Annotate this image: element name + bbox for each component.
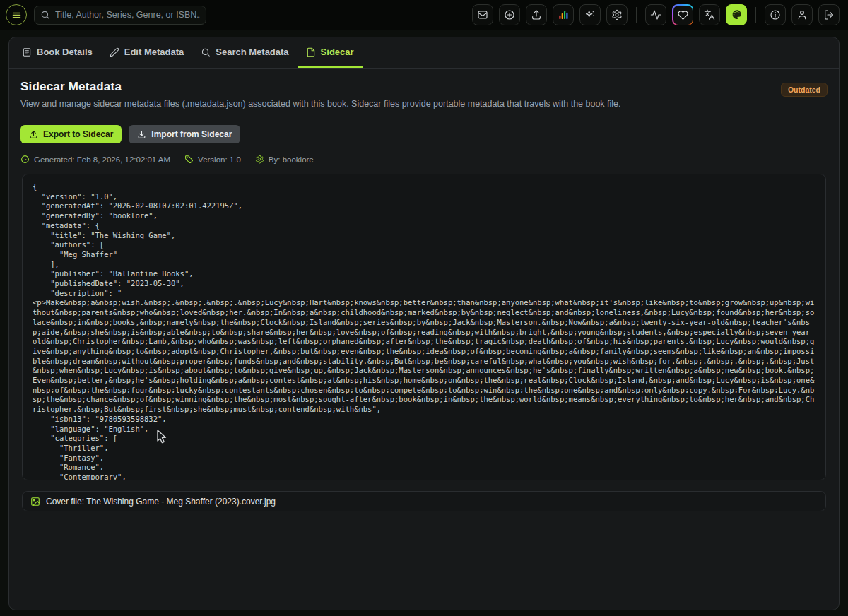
upload-icon bbox=[531, 9, 542, 20]
import-icon bbox=[137, 130, 146, 139]
version-text: Version: 1.0 bbox=[198, 155, 241, 164]
cover-file-label: Cover file: The Wishing Game - Meg Shaff… bbox=[46, 497, 276, 507]
upload-button[interactable] bbox=[526, 4, 547, 25]
hamburger-menu-button[interactable] bbox=[6, 4, 27, 25]
toolbar-divider bbox=[636, 7, 637, 23]
book-icon bbox=[22, 47, 32, 57]
file-icon bbox=[306, 47, 316, 57]
gear-icon bbox=[611, 9, 623, 20]
search-icon bbox=[40, 10, 50, 20]
gear-icon bbox=[255, 155, 264, 164]
page-description: View and manage sidecar metadata files (… bbox=[20, 99, 621, 109]
stats-button[interactable] bbox=[553, 4, 574, 25]
tab-label: Search Metadata bbox=[216, 47, 288, 57]
hamburger-menu-icon bbox=[11, 10, 22, 20]
info-button[interactable] bbox=[765, 4, 786, 25]
tab-book-details[interactable]: Book Details bbox=[13, 37, 101, 68]
favorites-button-inner bbox=[673, 6, 693, 25]
tab-bar: Book Details Edit Metadata Search Metada… bbox=[9, 37, 839, 69]
info-icon bbox=[770, 9, 781, 20]
export-to-sidecar-button[interactable]: Export to Sidecar bbox=[20, 125, 122, 143]
page-title: Sidecar Metadata bbox=[20, 80, 621, 94]
logout-icon bbox=[823, 9, 835, 20]
tab-label: Edit Metadata bbox=[124, 47, 184, 57]
sparkles-button[interactable] bbox=[579, 4, 601, 25]
sparkles-icon bbox=[584, 9, 596, 20]
account-button[interactable] bbox=[791, 4, 813, 25]
tag-icon bbox=[184, 155, 194, 164]
translate-icon bbox=[704, 9, 715, 20]
generated-meta: Generated: Feb 8, 2026, 12:02:01 AM bbox=[20, 155, 170, 164]
tab-search-metadata[interactable]: Search Metadata bbox=[192, 37, 297, 68]
generated-by-meta: By: booklore bbox=[255, 155, 314, 164]
toolbar-divider bbox=[755, 7, 756, 23]
tab-sidecar[interactable]: Sidecar bbox=[298, 37, 363, 68]
favorites-button[interactable] bbox=[672, 4, 693, 25]
translate-button[interactable] bbox=[699, 4, 720, 25]
sidecar-json-viewer[interactable]: { "version": "1.0", "generatedAt": "2026… bbox=[22, 174, 826, 480]
add-button[interactable] bbox=[499, 4, 520, 25]
image-icon bbox=[30, 497, 40, 507]
export-label: Export to Sidecar bbox=[43, 129, 113, 139]
import-label: Import from Sidecar bbox=[151, 129, 232, 139]
tab-edit-metadata[interactable]: Edit Metadata bbox=[101, 37, 193, 68]
inbox-button[interactable] bbox=[472, 4, 493, 25]
settings-button[interactable] bbox=[606, 4, 628, 25]
sidecar-meta-row: Generated: Feb 8, 2026, 12:02:01 AM Vers… bbox=[9, 143, 839, 164]
header-text: Sidecar Metadata View and manage sidecar… bbox=[20, 80, 621, 109]
actions-row: Export to Sidecar Import from Sidecar bbox=[9, 109, 839, 143]
bar-chart-icon bbox=[558, 9, 569, 20]
global-search bbox=[34, 6, 206, 25]
activity-icon bbox=[650, 9, 661, 20]
logout-button[interactable] bbox=[818, 4, 840, 25]
theme-button[interactable] bbox=[726, 4, 747, 25]
version-meta: Version: 1.0 bbox=[184, 155, 241, 164]
outdated-badge: Outdated bbox=[781, 83, 828, 97]
activity-button[interactable] bbox=[645, 4, 666, 25]
heart-icon bbox=[678, 10, 688, 20]
header-row: Sidecar Metadata View and manage sidecar… bbox=[9, 69, 839, 109]
topbar bbox=[0, 0, 848, 30]
pencil-icon bbox=[110, 47, 119, 57]
topbar-actions bbox=[472, 4, 840, 25]
palette-icon bbox=[731, 9, 742, 20]
generated-text: Generated: Feb 8, 2026, 12:02:01 AM bbox=[34, 155, 170, 164]
sidecar-json-content: { "version": "1.0", "generatedAt": "2026… bbox=[33, 182, 815, 480]
cover-file-bar: Cover file: The Wishing Game - Meg Shaff… bbox=[22, 491, 826, 511]
inbox-icon bbox=[477, 9, 488, 20]
import-from-sidecar-button[interactable]: Import from Sidecar bbox=[129, 125, 240, 143]
circle-plus-icon bbox=[504, 9, 515, 20]
book-detail-panel: Book Details Edit Metadata Search Metada… bbox=[8, 37, 840, 610]
search-icon bbox=[201, 47, 211, 57]
search-input[interactable] bbox=[55, 10, 200, 20]
tab-label: Sidecar bbox=[321, 47, 354, 57]
user-icon bbox=[796, 9, 808, 20]
tab-label: Book Details bbox=[37, 47, 93, 57]
clock-icon bbox=[20, 155, 30, 164]
generated-by-text: By: booklore bbox=[269, 155, 314, 164]
export-icon bbox=[29, 130, 38, 139]
